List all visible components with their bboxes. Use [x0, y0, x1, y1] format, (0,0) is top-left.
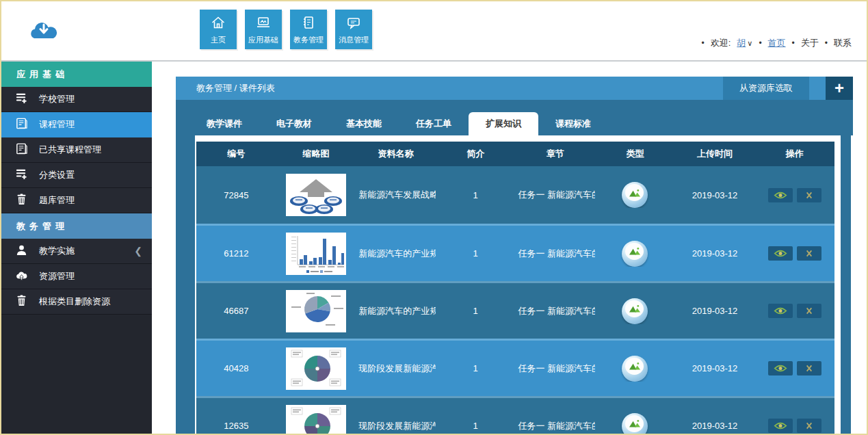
row-upload-date: 2019-03-12: [675, 248, 755, 259]
delete-x-icon[interactable]: [797, 246, 821, 261]
view-eye-icon[interactable]: [768, 188, 793, 202]
view-eye-icon[interactable]: [768, 304, 793, 318]
sidebar-item-已共享课程管理[interactable]: 已共享课程管理: [1, 137, 152, 163]
chevron-down-icon[interactable]: ∨: [747, 39, 752, 47]
tab-基本技能[interactable]: 基本技能: [329, 112, 399, 135]
delete-x-icon[interactable]: [797, 361, 821, 375]
column-header: 资料名称: [356, 148, 436, 160]
table-row: 12635 现阶段发展新能源汽... 1 任务一 新能源汽车的... 2019-…: [196, 396, 834, 435]
thumbnail-image[interactable]: [286, 290, 346, 332]
row-name: 新能源汽车发展战略: [356, 189, 436, 201]
delete-x-icon[interactable]: [797, 188, 821, 202]
image-file-icon: [622, 356, 648, 382]
vertical-scrollbar[interactable]: [841, 135, 851, 434]
column-header: 编号: [196, 148, 276, 160]
row-intro: 1: [436, 190, 516, 200]
row-type: [595, 182, 675, 208]
row-chapter: 任务一 新能源汽车的...: [516, 189, 596, 201]
row-id: 61212: [196, 248, 276, 259]
tabs: 教学课件 电子教材 基本技能 任务工单 扩展知识 课程标准: [176, 100, 853, 135]
tab-扩展知识[interactable]: 扩展知识: [469, 112, 538, 135]
column-header: 操作: [754, 148, 834, 160]
image-file-icon: [622, 298, 648, 324]
tab-教学课件[interactable]: 教学课件: [189, 112, 259, 135]
list-plus-icon: [15, 168, 28, 181]
table-row: 61212 新能源汽车的产业规... 1 任务一 新能源汽车的... 2019-…: [196, 224, 834, 281]
row-chapter: 任务一 新能源汽车的...: [516, 362, 596, 375]
username[interactable]: 胡: [737, 38, 746, 48]
tab-任务工单[interactable]: 任务工单: [399, 112, 469, 135]
sidebar-item-课程管理[interactable]: 课程管理: [1, 112, 152, 137]
row-id: 12635: [196, 421, 276, 431]
row-actions: [754, 304, 834, 318]
top-nav-laptop-button[interactable]: 应用基础: [245, 10, 282, 49]
cloud-up-icon: [15, 269, 28, 282]
row-thumbnail[interactable]: [276, 174, 356, 216]
chevron-left-icon: ❮: [134, 246, 142, 256]
row-thumbnail[interactable]: [276, 290, 356, 332]
username-link[interactable]: 胡∨: [737, 37, 752, 49]
row-thumbnail[interactable]: [276, 233, 356, 275]
row-thumbnail[interactable]: [276, 347, 356, 390]
row-intro: 1: [436, 248, 516, 259]
thumbnail-image[interactable]: [286, 233, 346, 275]
topbar: 主页 应用基础 教务管理 消息管理 • 欢迎: 胡∨ •首页•关于•联系: [1, 1, 867, 62]
breadcrumb-bar: 教务管理 / 课件列表 从资源库选取 +: [176, 77, 853, 100]
row-thumbnail[interactable]: [276, 405, 356, 435]
row-name: 现阶段发展新能源汽...: [356, 420, 436, 432]
row-intro: 1: [436, 363, 516, 373]
pick-from-library-button[interactable]: 从资源库选取: [723, 77, 809, 100]
content-area: 编号 缩略图 资料名称 简介 章节 类型 上传时间 操作 72845 新能源汽车…: [195, 135, 853, 434]
sidebar-item-资源管理[interactable]: 资源管理: [1, 264, 152, 289]
sidebar-section-title: 教务管理: [1, 213, 152, 239]
sidebar-item-题库管理[interactable]: 题库管理: [1, 188, 152, 213]
column-header: 简介: [436, 148, 516, 160]
tab-课程标准[interactable]: 课程标准: [538, 112, 608, 135]
bullet-icon: •: [825, 38, 828, 48]
row-name: 新能源汽车的产业规模: [356, 305, 436, 317]
image-file-icon: [622, 413, 648, 435]
row-upload-date: 2019-03-12: [675, 363, 755, 373]
top-nav-home-button[interactable]: 主页: [200, 10, 237, 49]
sidebar-item-根据类目删除资源[interactable]: 根据类目删除资源: [1, 289, 152, 315]
table-header: 编号 缩略图 资料名称 简介 章节 类型 上传时间 操作: [196, 142, 834, 166]
person-icon: [15, 243, 28, 256]
topbar-link[interactable]: 首页: [768, 37, 786, 49]
materials-table: 编号 缩略图 资料名称 简介 章节 类型 上传时间 操作 72845 新能源汽车…: [196, 142, 834, 435]
delete-x-icon[interactable]: [797, 304, 821, 318]
row-id: 72845: [196, 190, 276, 200]
sidebar-item-分类设置[interactable]: 分类设置: [1, 163, 152, 188]
thumbnail-image[interactable]: [286, 347, 346, 390]
table-row: 72845 新能源汽车发展战略 1 任务一 新能源汽车的... 2019-03-…: [196, 166, 834, 224]
add-button[interactable]: +: [826, 77, 853, 100]
row-chapter: 任务一 新能源汽车的...: [516, 248, 596, 260]
tab-电子教材[interactable]: 电子教材: [259, 112, 329, 135]
column-header: 章节: [516, 148, 596, 160]
row-actions: [754, 188, 834, 202]
row-type: [595, 298, 675, 324]
sidebar-item-学校管理[interactable]: 学校管理: [1, 87, 152, 112]
row-type: [595, 241, 675, 267]
view-eye-icon[interactable]: [768, 419, 793, 433]
top-nav-clipboard-button[interactable]: 教务管理: [290, 10, 327, 49]
main-panel: 教务管理 / 课件列表 从资源库选取 + 教学课件 电子教材 基本技能 任务工单…: [176, 77, 853, 434]
thumbnail-image[interactable]: [286, 174, 346, 216]
row-upload-date: 2019-03-12: [675, 190, 755, 200]
row-actions: [754, 361, 834, 375]
top-nav-message-button[interactable]: 消息管理: [335, 10, 372, 49]
sidebar: 应用基础 学校管理 课程管理 已共享课程管理 分类设置 题库管理 教务管理 教学…: [1, 62, 152, 434]
sidebar-item-教学实施[interactable]: 教学实施 ❮: [1, 239, 152, 264]
bullet-icon: •: [759, 38, 761, 48]
view-eye-icon[interactable]: [768, 361, 793, 375]
row-type: [595, 413, 675, 435]
view-eye-icon[interactable]: [768, 246, 793, 261]
column-header: 上传时间: [675, 148, 755, 160]
delete-x-icon[interactable]: [797, 419, 821, 433]
row-upload-date: 2019-03-12: [675, 306, 755, 316]
column-header: 缩略图: [276, 148, 356, 160]
topbar-link[interactable]: 关于: [801, 37, 819, 49]
bullet-icon: •: [792, 38, 795, 48]
topbar-link[interactable]: 联系: [834, 37, 852, 49]
doc-icon: [15, 142, 28, 155]
thumbnail-image[interactable]: [286, 405, 346, 435]
